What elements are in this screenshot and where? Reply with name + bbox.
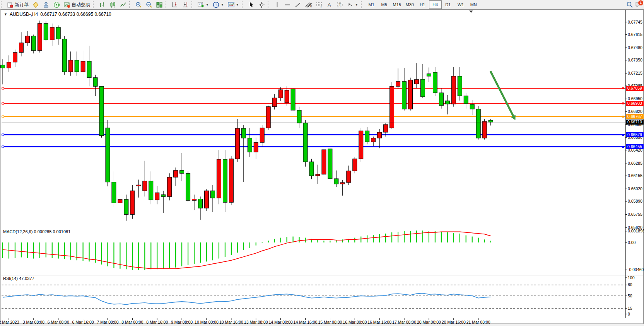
candle-body [13, 53, 17, 62]
toolbar-grip[interactable] [166, 1, 169, 8]
new-chart-button[interactable]: ▼ [196, 0, 211, 9]
history-center-button[interactable] [31, 0, 41, 9]
channel-tool-button[interactable]: E [303, 0, 314, 9]
signals-button[interactable] [51, 0, 62, 9]
chart-shift-button[interactable] [180, 0, 191, 9]
timeframe-button-w1[interactable]: W1 [454, 0, 467, 9]
candle-body [248, 138, 252, 152]
macd-axis-label: 0.00 [628, 240, 636, 245]
price-line-label: 0.66579 [627, 132, 642, 137]
bar-chart-mode-button[interactable] [97, 0, 108, 9]
new-order-button[interactable]: 新订单 [5, 0, 31, 9]
candle-body [470, 104, 474, 109]
tile-windows-button[interactable] [154, 0, 165, 9]
candle-body [322, 150, 326, 174]
date-tick-label: 8 Mar 16:00 [146, 320, 168, 324]
svg-text:F: F [321, 5, 322, 8]
timeframe-button-h1[interactable]: H1 [416, 0, 429, 9]
candlestick-mode-button[interactable] [108, 0, 118, 9]
price-tick-label: 0.67745 [628, 20, 642, 24]
timeframe-button-d1[interactable]: D1 [442, 0, 454, 9]
crosshair-tool-button[interactable] [256, 0, 267, 9]
svg-text:E: E [310, 5, 312, 8]
candle-body [180, 171, 184, 174]
toolbar-grip[interactable] [93, 1, 96, 8]
candle-body [217, 159, 221, 198]
candle-body [205, 191, 209, 208]
timeframe-button-m1[interactable]: M1 [365, 0, 378, 9]
timeframe-button-h4[interactable]: H4 [429, 0, 442, 9]
dropdown-caret-icon: ▼ [236, 3, 239, 7]
fibonacci-tool-button[interactable]: F [314, 0, 324, 9]
trendline-tool-button[interactable] [293, 0, 303, 9]
auto-trading-label: 自动交易 [72, 2, 90, 8]
price-tick-label: 0.65755 [628, 212, 642, 217]
text-icon: A [326, 2, 333, 8]
candle-body [458, 76, 462, 96]
candle-body [482, 121, 487, 138]
template-menu-button[interactable]: ▼ [226, 0, 241, 9]
timeframe-button-mn[interactable]: MN [467, 0, 480, 9]
candle-body [1, 65, 5, 68]
diamond-icon [32, 2, 39, 8]
toolbar-grip[interactable] [129, 1, 133, 8]
timeframe-button-m30[interactable]: M30 [403, 0, 416, 9]
candle-body [124, 200, 128, 215]
search-icon[interactable] [626, 2, 633, 8]
candle-body [149, 181, 153, 200]
collapse-triangle-icon[interactable]: ▼ [4, 12, 7, 16]
accounts-button[interactable] [41, 0, 51, 9]
mt4-terminal: 新订单 自动交易 ▼ ▼ ▼ [0, 0, 644, 326]
arrows-tool-button[interactable]: ▼ [345, 0, 360, 9]
candle-body [118, 200, 122, 203]
date-tick-label: 21 Mar 08:00 [466, 320, 490, 324]
date-tick-label: 20 Mar 00:00 [417, 320, 441, 324]
line-chart-mode-button[interactable] [118, 0, 128, 9]
candle-body [278, 90, 283, 98]
candle-body [489, 120, 493, 122]
zoom-in-button[interactable] [133, 0, 144, 9]
chart-shift-icon [182, 2, 189, 8]
candle-body [408, 80, 413, 109]
auto-scroll-button[interactable] [170, 0, 180, 9]
line-end-marker [622, 146, 624, 148]
main-toolbar: 新订单 自动交易 ▼ ▼ ▼ [0, 0, 644, 10]
toolbar-grip[interactable] [191, 1, 195, 8]
dropdown-caret-icon: ▼ [221, 3, 224, 7]
candle-body [167, 177, 172, 196]
candle-body [309, 162, 314, 176]
zoom-in-icon [135, 2, 142, 8]
candle-body [445, 101, 449, 104]
cursor-tool-button[interactable] [246, 0, 256, 9]
notifications-button[interactable]: 1 [635, 2, 642, 8]
candle-body [297, 110, 301, 123]
price-tick-label: 0.65890 [628, 199, 642, 203]
tile-windows-icon [156, 2, 163, 8]
candle-body [439, 93, 443, 106]
candle-body [81, 61, 85, 72]
auto-trading-button[interactable]: 自动交易 [62, 0, 92, 9]
chart-symbol-period: AUDUSD-,H4 [10, 12, 38, 17]
toolbar-grip[interactable] [361, 1, 364, 8]
toolbar-grip[interactable] [268, 1, 271, 8]
timeframe-button-m15[interactable]: M15 [391, 0, 403, 9]
toolbar-grip[interactable] [1, 1, 4, 8]
zoom-out-button[interactable] [144, 0, 154, 9]
timeframe-button-m5[interactable]: M5 [378, 0, 391, 9]
chart-canvas[interactable]: 0.677450.676150.674800.673500.672150.670… [0, 9, 644, 326]
dropdown-caret-icon: ▼ [206, 3, 209, 7]
vertical-line-tool-button[interactable] [272, 0, 282, 9]
rsi-indicator-label: RSI(14) 47.0377 [3, 276, 34, 281]
svg-text:A: A [328, 2, 331, 8]
text-tool-button[interactable]: A [324, 0, 335, 9]
price-tick-label: 0.66020 [628, 186, 642, 191]
candle-body [396, 82, 400, 87]
horizontal-line-tool-button[interactable] [282, 0, 293, 9]
period-menu-button[interactable]: ▼ [211, 0, 226, 9]
date-tick-label: 16 Mar 16:00 [367, 320, 391, 324]
svg-text:T: T [338, 2, 341, 7]
candle-body [285, 90, 289, 103]
text-label-tool-button[interactable]: T [335, 0, 345, 9]
toolbar-grip[interactable] [242, 1, 245, 8]
date-tick-label: 7 Mar 08:00 [97, 320, 118, 324]
